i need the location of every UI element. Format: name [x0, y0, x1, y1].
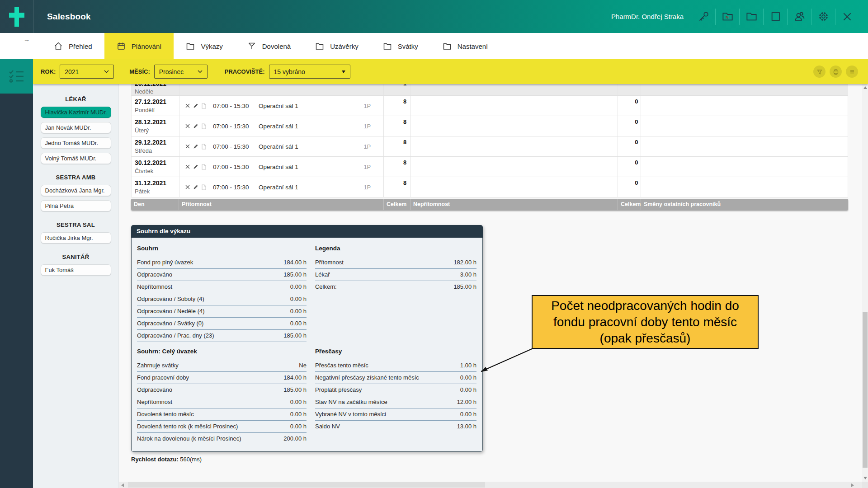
delete-shift-icon[interactable] — [185, 103, 190, 109]
row-date: 30.12.2021 — [135, 159, 179, 166]
folder-icon — [383, 42, 392, 51]
shift-place: Operační sál 1 — [259, 184, 298, 191]
staff-item-fuk-tomas[interactable]: Fuk Tomáš — [41, 264, 111, 276]
scroll-up-icon[interactable] — [863, 86, 867, 89]
vertical-scrollbar-thumb[interactable] — [863, 312, 868, 468]
delete-shift-icon[interactable] — [185, 184, 190, 190]
staff-item-jedno-tomas[interactable]: Jedno Tomáš MUDr. — [41, 137, 111, 149]
staff-item-dochazkova-jana[interactable]: Docházková Jana Mgr. — [41, 185, 111, 196]
horizontal-scrollbar[interactable] — [119, 482, 862, 488]
scroll-left-icon[interactable] — [121, 483, 124, 487]
month-select[interactable]: Prosinec — [154, 65, 208, 79]
summary-row: Přesčas tento měsíc1.00 h — [315, 360, 476, 372]
svg-text:N: N — [726, 15, 729, 19]
shift-note-icon[interactable] — [201, 123, 207, 129]
shift-note-icon[interactable] — [201, 184, 207, 190]
horizontal-scrollbar-thumb[interactable] — [128, 482, 485, 488]
summary-label: Nepřítomnost — [137, 281, 172, 293]
scroll-down-icon[interactable] — [863, 477, 867, 479]
summary-row: Lékař3.00 h — [315, 269, 476, 281]
schedule-row: 30.12.2021Čtvrtek 07:00 - 15:30 Operační… — [131, 157, 848, 177]
summary-label: Dovolená tento měsíc — [137, 408, 194, 420]
edit-shift-icon[interactable] — [193, 184, 198, 190]
staff-item-jan-novak[interactable]: Jan Novák MUDr. — [41, 122, 111, 133]
summary-value: 3.00 h — [460, 269, 476, 281]
staff-item-volny-tomas[interactable]: Volný Tomáš MUDr. — [41, 153, 111, 164]
key-icon[interactable] — [694, 8, 712, 26]
summary-label: Dovolená tento rok (k měsíci Prosinec) — [137, 421, 238, 432]
home-icon — [54, 42, 63, 51]
row-date: 27.12.2021 — [135, 98, 179, 105]
summary-label: Přítomnost — [315, 257, 344, 268]
app-title: Salesbook — [47, 12, 91, 22]
tab-svatky[interactable]: Svátky — [371, 33, 430, 59]
summary-row: Vybrané NV v tomto měsíci0.00 h — [315, 408, 476, 421]
filter-bar: ROK: 2021 MĚSÍC: Prosinec PRACOVIŠTĚ: 15… — [33, 59, 868, 84]
main-content: 26.12.2021Neděle 1 27.12.2021Pondělí 07:… — [119, 84, 862, 482]
checklist-icon — [8, 69, 26, 84]
staff-list-button[interactable] — [0, 59, 33, 94]
shift-time: 07:00 - 15:30 — [213, 103, 255, 109]
close-icon[interactable] — [838, 8, 856, 26]
year-select[interactable]: 2021 — [60, 65, 114, 79]
summary-value: 0.00 h — [460, 372, 476, 384]
summary-label: Nárok na dovolenou (k měsíci Prosinec) — [137, 433, 241, 445]
app-logo[interactable] — [0, 0, 33, 33]
workplace-select[interactable]: 15 vybráno — [269, 65, 350, 79]
edit-shift-icon[interactable] — [193, 144, 198, 150]
scroll-right-icon[interactable] — [851, 483, 854, 487]
edit-shift-icon[interactable] — [193, 123, 198, 129]
chevron-down-icon — [104, 70, 109, 73]
shift-note-icon[interactable] — [201, 164, 207, 170]
tab-vykazy[interactable]: Výkazy — [174, 33, 235, 59]
user-name: PharmDr. Ondřej Straka — [611, 13, 684, 20]
summary-value: 1.00 h — [460, 360, 476, 371]
topbar-divider — [33, 0, 33, 33]
summary-value: 0.00 h — [290, 421, 307, 432]
summary-row: Odpracováno185.00 h — [137, 384, 307, 396]
annotation-callout: Počet neodpracovaných hodin do fondu pra… — [532, 295, 759, 349]
folder-n-icon[interactable]: N — [718, 8, 736, 26]
shift-place: Operační sál 1 — [259, 143, 298, 150]
collapse-arrow-icon[interactable]: → — [24, 36, 30, 43]
menu-button[interactable] — [846, 66, 858, 78]
edit-shift-icon[interactable] — [193, 164, 198, 170]
delete-shift-icon[interactable] — [185, 164, 190, 170]
tab-prehled[interactable]: Přehled — [42, 33, 104, 59]
filter-button[interactable] — [813, 66, 826, 78]
staff-item-pilna-petra[interactable]: Pilná Petra — [41, 200, 111, 211]
staff-item-hlavicka-kazimir[interactable]: Hlavička Kazimír MUDr. — [41, 107, 111, 118]
window-icon[interactable] — [766, 8, 784, 26]
print-button[interactable] — [830, 66, 842, 78]
row-day: Středa — [135, 147, 179, 154]
tab-dovolena[interactable]: Dovolená — [235, 33, 303, 59]
staff-group-title: SESTRA SAL — [33, 221, 118, 228]
summary-row: Fond pracovní doby184.00 h — [137, 372, 307, 384]
shift-note-icon[interactable] — [201, 144, 207, 150]
folder-icon[interactable] — [742, 8, 760, 26]
staff-item-rucicka-jirka[interactable]: Ručička Jirka Mgr. — [41, 232, 111, 244]
shift-tag: 1P — [363, 123, 371, 130]
tab-nastaveni[interactable]: Nastavení — [430, 33, 500, 59]
shift-place: Operační sál 1 — [259, 123, 298, 130]
summary-row: Nepřítomnost0.00 h — [137, 396, 307, 408]
gear-icon[interactable] — [814, 8, 832, 26]
summary-row: Zahrnuje svátkyNe — [137, 360, 307, 372]
shift-note-icon[interactable] — [201, 103, 207, 109]
shift-tag: 1P — [363, 164, 371, 170]
row-total-absence: 0 — [635, 139, 638, 156]
edit-shift-icon[interactable] — [193, 103, 198, 109]
summary-value: 200.00 h — [283, 433, 307, 445]
month-label: MĚSÍC: — [129, 68, 150, 75]
tab-uzaverky[interactable]: Uzávěrky — [303, 33, 371, 59]
funnel-icon — [816, 68, 823, 75]
users-icon[interactable] — [790, 8, 808, 26]
vertical-scrollbar[interactable] — [862, 84, 868, 482]
row-day: Neděle — [135, 88, 179, 95]
tab-planovani[interactable]: Plánování — [104, 33, 174, 59]
delete-shift-icon[interactable] — [185, 144, 190, 150]
delete-shift-icon[interactable] — [185, 123, 190, 129]
summary-row: Odpracováno / Neděle (4)0.00 h — [137, 305, 307, 318]
staff-group-title: SANITÁŘ — [33, 253, 118, 260]
summary-row: Nepřítomnost0.00 h — [137, 281, 307, 293]
